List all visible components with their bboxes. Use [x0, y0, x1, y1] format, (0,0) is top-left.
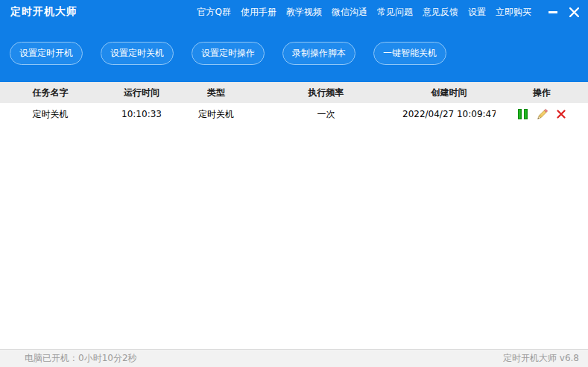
header-run-time: 运行时间 — [101, 87, 183, 99]
header-frequency: 执行频率 — [250, 87, 402, 99]
close-button[interactable] — [569, 7, 579, 17]
menu-item-buy-now[interactable]: 立即购买 — [496, 6, 531, 19]
delete-icon — [557, 110, 566, 119]
cell-actions — [496, 108, 588, 121]
titlebar: 定时开机大师 官方Q群 使用手册 教学视频 微信沟通 常见问题 意见反馈 设置 … — [0, 0, 588, 24]
set-scheduled-operation-button[interactable]: 设置定时操作 — [192, 42, 265, 65]
titlebar-menu: 官方Q群 使用手册 教学视频 微信沟通 常见问题 意见反馈 设置 立即购买 — [197, 6, 531, 19]
menu-item-wechat[interactable]: 微信沟通 — [332, 6, 367, 19]
set-scheduled-shutdown-button[interactable]: 设置定时关机 — [101, 42, 174, 65]
set-scheduled-boot-button[interactable]: 设置定时开机 — [10, 42, 83, 65]
header-task-name: 任务名字 — [0, 87, 101, 99]
pause-icon — [518, 109, 528, 119]
app-version-text: 定时开机大师 v6.8 — [503, 352, 579, 365]
minimize-button[interactable] — [548, 7, 558, 17]
app-title: 定时开机大师 — [10, 5, 78, 19]
empty-task-area — [0, 125, 588, 349]
cell-run-time: 10:10:33 — [101, 109, 183, 119]
edit-icon — [536, 108, 549, 121]
menu-item-faq[interactable]: 常见问题 — [377, 6, 413, 19]
cell-frequency: 一次 — [250, 108, 402, 121]
header-created: 创建时间 — [402, 87, 496, 99]
toolbar: 设置定时开机 设置定时关机 设置定时操作 录制操作脚本 一键智能关机 — [0, 24, 588, 82]
app-window: 定时开机大师 官方Q群 使用手册 教学视频 微信沟通 常见问题 意见反馈 设置 … — [0, 0, 588, 367]
menu-item-qq-group[interactable]: 官方Q群 — [197, 6, 231, 19]
header-type: 类型 — [183, 87, 250, 99]
task-table-header: 任务名字 运行时间 类型 执行频率 创建时间 操作 — [0, 82, 588, 103]
smart-shutdown-button[interactable]: 一键智能关机 — [373, 42, 446, 65]
cell-type: 定时关机 — [183, 108, 250, 121]
pause-button[interactable] — [518, 109, 528, 119]
header-actions: 操作 — [496, 87, 588, 99]
menu-item-settings[interactable]: 设置 — [468, 6, 486, 19]
menu-item-feedback[interactable]: 意见反馈 — [423, 6, 458, 19]
uptime-status-text: 电脑已开机：0小时10分2秒 — [25, 352, 137, 365]
table-row: 定时关机 10:10:33 定时关机 一次 2022/04/27 10:09:4… — [0, 103, 588, 125]
menu-item-manual[interactable]: 使用手册 — [241, 6, 276, 19]
record-script-button[interactable]: 录制操作脚本 — [282, 42, 355, 65]
cell-task-name: 定时关机 — [0, 108, 101, 121]
close-icon — [569, 7, 579, 17]
minimize-icon — [549, 11, 557, 13]
statusbar: 电脑已开机：0小时10分2秒 定时开机大师 v6.8 — [0, 349, 588, 367]
delete-button[interactable] — [557, 110, 566, 119]
window-controls — [548, 7, 579, 17]
menu-item-video[interactable]: 教学视频 — [286, 6, 322, 19]
edit-button[interactable] — [536, 108, 549, 121]
cell-created: 2022/04/27 10:09:47 — [402, 109, 496, 119]
